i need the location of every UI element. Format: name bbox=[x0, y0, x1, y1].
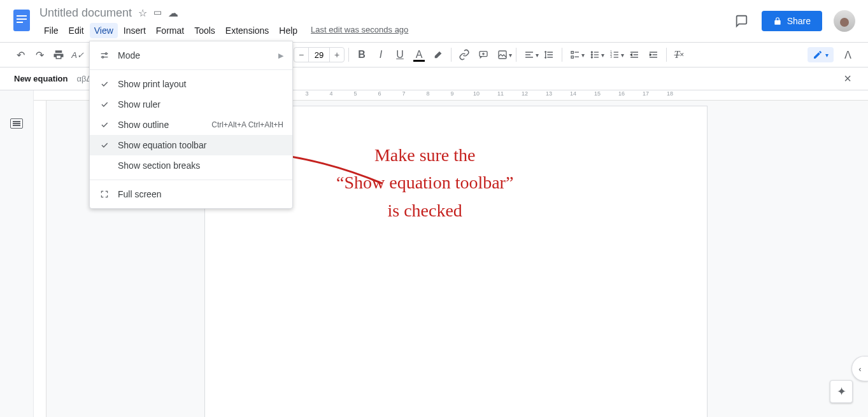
docs-header: Untitled document ☆ ▭ ☁ FileEditViewInse… bbox=[0, 0, 868, 38]
menu-tools[interactable]: Tools bbox=[190, 23, 220, 38]
svg-point-6 bbox=[591, 57, 592, 58]
docs-logo[interactable] bbox=[9, 8, 34, 33]
menu-item-label: Full screen bbox=[118, 189, 283, 199]
highlight-button[interactable] bbox=[429, 46, 447, 64]
shortcut-label: Ctrl+Alt+A Ctrl+Alt+H bbox=[211, 120, 283, 129]
menubar: FileEditViewInsertFormatToolsExtensionsH… bbox=[39, 20, 302, 38]
check-icon bbox=[99, 80, 110, 88]
check-icon bbox=[99, 120, 110, 129]
menu-help[interactable]: Help bbox=[274, 23, 302, 38]
svg-rect-3 bbox=[571, 56, 573, 58]
fullscreen-icon bbox=[99, 190, 110, 199]
share-button[interactable]: Share bbox=[762, 11, 822, 31]
view-menu-full-screen[interactable]: Full screen bbox=[90, 184, 292, 204]
comment-button[interactable] bbox=[474, 46, 492, 64]
menu-item-label: Show section breaks bbox=[118, 160, 283, 171]
menu-item-label: Show outline bbox=[118, 120, 204, 130]
view-menu-dropdown: Mode▶Show print layoutShow rulerShow out… bbox=[89, 41, 293, 209]
cloud-status-icon[interactable]: ☁ bbox=[168, 7, 178, 19]
last-edit-link[interactable]: Last edit was seconds ago bbox=[311, 25, 408, 34]
vertical-ruler[interactable] bbox=[34, 101, 46, 417]
submenu-arrow-icon: ▶ bbox=[278, 52, 283, 60]
menu-insert[interactable]: Insert bbox=[119, 23, 150, 38]
svg-rect-2 bbox=[571, 52, 573, 53]
svg-point-4 bbox=[591, 52, 592, 53]
svg-point-11 bbox=[102, 56, 104, 58]
font-size-decrease[interactable]: − bbox=[294, 48, 308, 62]
line-spacing-button[interactable] bbox=[540, 46, 558, 64]
view-menu-show-equation-toolbar[interactable]: Show equation toolbar bbox=[90, 135, 292, 155]
explore-button[interactable]: ✦ bbox=[830, 380, 853, 403]
redo-button[interactable]: ↷ bbox=[31, 46, 48, 64]
indent-increase-button[interactable] bbox=[644, 46, 662, 64]
lock-icon bbox=[773, 17, 782, 25]
chevron-down-icon[interactable]: ▾ bbox=[601, 52, 604, 59]
slider-icon bbox=[99, 50, 110, 60]
text-color-button[interactable]: A bbox=[410, 46, 428, 64]
chevron-down-icon[interactable]: ▾ bbox=[621, 52, 624, 59]
new-equation-button[interactable]: New equation bbox=[14, 74, 68, 83]
user-avatar[interactable] bbox=[834, 10, 855, 32]
chevron-down-icon[interactable]: ▾ bbox=[581, 52, 585, 59]
menu-extensions[interactable]: Extensions bbox=[221, 23, 273, 38]
chevron-down-icon[interactable]: ▾ bbox=[536, 52, 539, 59]
comments-icon[interactable] bbox=[732, 12, 750, 30]
spellcheck-button[interactable]: A✓ bbox=[69, 46, 87, 64]
editing-mode-button[interactable]: ▾ bbox=[808, 47, 834, 62]
clear-formatting-button[interactable]: T✕ bbox=[671, 46, 688, 64]
view-menu-show-outline[interactable]: Show outlineCtrl+Alt+A Ctrl+Alt+H bbox=[90, 115, 292, 135]
menu-file[interactable]: File bbox=[39, 23, 63, 38]
svg-point-10 bbox=[105, 53, 107, 55]
bold-button[interactable]: B bbox=[353, 46, 371, 64]
view-menu-show-ruler[interactable]: Show ruler bbox=[90, 94, 292, 115]
menu-item-label: Show ruler bbox=[118, 99, 283, 110]
font-size-input[interactable] bbox=[308, 48, 330, 62]
menu-item-label: Show equation toolbar bbox=[118, 140, 283, 150]
underline-button[interactable]: U bbox=[391, 46, 409, 64]
undo-button[interactable]: ↶ bbox=[11, 46, 29, 64]
close-equation-bar-button[interactable]: × bbox=[844, 71, 854, 86]
link-button[interactable] bbox=[455, 46, 473, 64]
menu-item-label: Show print layout bbox=[118, 79, 283, 89]
font-size-increase[interactable]: + bbox=[330, 48, 344, 62]
star-icon[interactable]: ☆ bbox=[138, 7, 147, 19]
doc-title[interactable]: Untitled document bbox=[39, 6, 132, 20]
check-icon bbox=[99, 141, 110, 150]
view-menu-show-print-layout[interactable]: Show print layout bbox=[90, 74, 292, 94]
italic-button[interactable]: I bbox=[372, 46, 390, 64]
view-menu-show-section-breaks[interactable]: Show section breaks bbox=[90, 155, 292, 176]
left-sidebar bbox=[0, 90, 34, 417]
share-label: Share bbox=[787, 16, 811, 26]
collapse-toolbar-button[interactable]: ᐱ bbox=[839, 46, 857, 64]
font-size-group: − + bbox=[294, 47, 345, 62]
outline-toggle-icon[interactable] bbox=[10, 118, 23, 129]
menu-item-label: Mode bbox=[118, 50, 271, 60]
view-menu-mode[interactable]: Mode▶ bbox=[90, 45, 292, 66]
move-icon[interactable]: ▭ bbox=[153, 7, 162, 19]
menu-format[interactable]: Format bbox=[152, 23, 189, 38]
check-icon bbox=[99, 100, 110, 109]
chevron-down-icon[interactable]: ▾ bbox=[509, 52, 512, 59]
print-button[interactable] bbox=[50, 46, 68, 64]
indent-decrease-button[interactable] bbox=[625, 46, 643, 64]
svg-point-5 bbox=[591, 54, 592, 55]
menu-view[interactable]: View bbox=[90, 23, 118, 38]
menu-edit[interactable]: Edit bbox=[64, 23, 89, 38]
svg-text:3: 3 bbox=[610, 55, 612, 59]
